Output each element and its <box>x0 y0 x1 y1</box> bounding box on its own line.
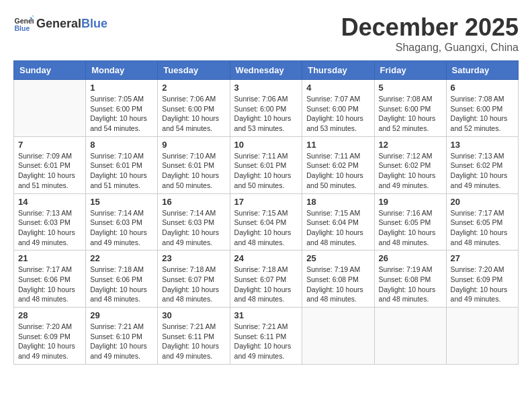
day-number: 25 <box>306 253 369 263</box>
day-number: 4 <box>306 83 369 93</box>
day-number: 30 <box>162 310 225 320</box>
day-number: 20 <box>451 197 514 207</box>
logo-general: General <box>36 17 81 30</box>
calendar-cell: 12Sunrise: 7:12 AM Sunset: 6:02 PM Dayli… <box>374 136 446 193</box>
day-info: Sunrise: 7:10 AM Sunset: 6:01 PM Dayligh… <box>90 151 153 191</box>
calendar-cell: 10Sunrise: 7:11 AM Sunset: 6:01 PM Dayli… <box>230 136 302 193</box>
day-info: Sunrise: 7:16 AM Sunset: 6:05 PM Dayligh… <box>379 208 442 248</box>
logo-blue: Blue <box>81 17 107 30</box>
calendar-table: SundayMondayTuesdayWednesdayThursdayFrid… <box>13 60 519 365</box>
day-number: 6 <box>451 83 514 93</box>
title-area: December 2025 Shagang, Guangxi, China <box>341 13 519 54</box>
day-number: 11 <box>306 140 369 150</box>
day-info: Sunrise: 7:17 AM Sunset: 6:06 PM Dayligh… <box>18 265 81 304</box>
calendar-cell: 9Sunrise: 7:10 AM Sunset: 6:01 PM Daylig… <box>158 136 230 193</box>
day-info: Sunrise: 7:21 AM Sunset: 6:11 PM Dayligh… <box>234 322 298 361</box>
day-number: 3 <box>234 83 298 93</box>
day-number: 26 <box>379 253 442 263</box>
day-info: Sunrise: 7:13 AM Sunset: 6:03 PM Dayligh… <box>18 208 81 248</box>
day-info: Sunrise: 7:09 AM Sunset: 6:01 PM Dayligh… <box>18 151 81 191</box>
day-number: 18 <box>306 197 369 207</box>
calendar-cell: 29Sunrise: 7:21 AM Sunset: 6:10 PM Dayli… <box>86 308 158 365</box>
calendar-cell: 26Sunrise: 7:19 AM Sunset: 6:08 PM Dayli… <box>374 250 446 308</box>
calendar-cell: 18Sunrise: 7:15 AM Sunset: 6:04 PM Dayli… <box>302 193 374 250</box>
calendar-cell: 13Sunrise: 7:13 AM Sunset: 6:02 PM Dayli… <box>446 136 518 193</box>
day-info: Sunrise: 7:21 AM Sunset: 6:10 PM Dayligh… <box>90 322 153 361</box>
day-info: Sunrise: 7:08 AM Sunset: 6:00 PM Dayligh… <box>379 94 442 134</box>
location-title: Shagang, Guangxi, China <box>341 42 519 54</box>
day-info: Sunrise: 7:11 AM Sunset: 6:01 PM Dayligh… <box>234 151 298 191</box>
day-number: 14 <box>18 197 81 207</box>
logo: General Blue GeneralBlue <box>13 13 107 34</box>
calendar-cell <box>446 308 518 365</box>
header-saturday: Saturday <box>446 61 518 80</box>
day-number: 5 <box>379 83 442 93</box>
svg-text:Blue: Blue <box>15 24 30 32</box>
day-info: Sunrise: 7:18 AM Sunset: 6:06 PM Dayligh… <box>90 265 153 304</box>
day-info: Sunrise: 7:19 AM Sunset: 6:08 PM Dayligh… <box>306 265 369 304</box>
calendar-cell: 19Sunrise: 7:16 AM Sunset: 6:05 PM Dayli… <box>374 193 446 250</box>
calendar-cell: 11Sunrise: 7:11 AM Sunset: 6:02 PM Dayli… <box>302 136 374 193</box>
header-sunday: Sunday <box>14 61 86 80</box>
day-number: 29 <box>90 310 153 320</box>
calendar-cell: 31Sunrise: 7:21 AM Sunset: 6:11 PM Dayli… <box>230 308 302 365</box>
calendar-cell <box>14 80 86 137</box>
calendar-cell <box>302 308 374 365</box>
day-number: 17 <box>234 197 298 207</box>
day-number: 8 <box>90 140 153 150</box>
header-thursday: Thursday <box>302 61 374 80</box>
day-info: Sunrise: 7:11 AM Sunset: 6:02 PM Dayligh… <box>306 151 369 191</box>
calendar-header-row: SundayMondayTuesdayWednesdayThursdayFrid… <box>14 61 519 80</box>
week-row-1: 7Sunrise: 7:09 AM Sunset: 6:01 PM Daylig… <box>14 136 519 193</box>
week-row-4: 28Sunrise: 7:20 AM Sunset: 6:09 PM Dayli… <box>14 308 519 365</box>
week-row-2: 14Sunrise: 7:13 AM Sunset: 6:03 PM Dayli… <box>14 193 519 250</box>
calendar-cell: 14Sunrise: 7:13 AM Sunset: 6:03 PM Dayli… <box>14 193 86 250</box>
day-info: Sunrise: 7:18 AM Sunset: 6:07 PM Dayligh… <box>234 265 298 304</box>
week-row-0: 1Sunrise: 7:05 AM Sunset: 6:00 PM Daylig… <box>14 80 519 137</box>
day-number: 10 <box>234 140 298 150</box>
day-info: Sunrise: 7:19 AM Sunset: 6:08 PM Dayligh… <box>379 265 442 304</box>
calendar-cell: 15Sunrise: 7:14 AM Sunset: 6:03 PM Dayli… <box>86 193 158 250</box>
day-number: 15 <box>90 197 153 207</box>
calendar-cell: 2Sunrise: 7:06 AM Sunset: 6:00 PM Daylig… <box>158 80 230 137</box>
calendar-cell: 17Sunrise: 7:15 AM Sunset: 6:04 PM Dayli… <box>230 193 302 250</box>
day-number: 22 <box>90 253 153 263</box>
day-info: Sunrise: 7:15 AM Sunset: 6:04 PM Dayligh… <box>306 208 369 248</box>
calendar-cell: 1Sunrise: 7:05 AM Sunset: 6:00 PM Daylig… <box>86 80 158 137</box>
calendar-cell: 23Sunrise: 7:18 AM Sunset: 6:07 PM Dayli… <box>158 250 230 308</box>
day-number: 27 <box>451 253 514 263</box>
day-info: Sunrise: 7:18 AM Sunset: 6:07 PM Dayligh… <box>162 265 225 304</box>
day-info: Sunrise: 7:20 AM Sunset: 6:09 PM Dayligh… <box>18 322 81 361</box>
calendar-cell: 16Sunrise: 7:14 AM Sunset: 6:03 PM Dayli… <box>158 193 230 250</box>
calendar-cell: 20Sunrise: 7:17 AM Sunset: 6:05 PM Dayli… <box>446 193 518 250</box>
calendar-cell: 25Sunrise: 7:19 AM Sunset: 6:08 PM Dayli… <box>302 250 374 308</box>
day-info: Sunrise: 7:13 AM Sunset: 6:02 PM Dayligh… <box>451 151 514 191</box>
calendar-cell: 24Sunrise: 7:18 AM Sunset: 6:07 PM Dayli… <box>230 250 302 308</box>
day-number: 13 <box>451 140 514 150</box>
day-info: Sunrise: 7:17 AM Sunset: 6:05 PM Dayligh… <box>451 208 514 248</box>
day-info: Sunrise: 7:10 AM Sunset: 6:01 PM Dayligh… <box>162 151 225 191</box>
day-number: 2 <box>162 83 225 93</box>
day-number: 1 <box>90 83 153 93</box>
calendar-cell: 6Sunrise: 7:08 AM Sunset: 6:00 PM Daylig… <box>446 80 518 137</box>
day-number: 9 <box>162 140 225 150</box>
logo-icon: General Blue <box>13 13 34 34</box>
day-info: Sunrise: 7:14 AM Sunset: 6:03 PM Dayligh… <box>90 208 153 248</box>
header-friday: Friday <box>374 61 446 80</box>
calendar-cell: 4Sunrise: 7:07 AM Sunset: 6:00 PM Daylig… <box>302 80 374 137</box>
day-number: 12 <box>379 140 442 150</box>
day-info: Sunrise: 7:14 AM Sunset: 6:03 PM Dayligh… <box>162 208 225 248</box>
day-number: 21 <box>18 253 81 263</box>
header-tuesday: Tuesday <box>158 61 230 80</box>
calendar-cell: 7Sunrise: 7:09 AM Sunset: 6:01 PM Daylig… <box>14 136 86 193</box>
week-row-3: 21Sunrise: 7:17 AM Sunset: 6:06 PM Dayli… <box>14 250 519 308</box>
header-wednesday: Wednesday <box>230 61 302 80</box>
day-info: Sunrise: 7:08 AM Sunset: 6:00 PM Dayligh… <box>451 94 514 134</box>
calendar-cell: 28Sunrise: 7:20 AM Sunset: 6:09 PM Dayli… <box>14 308 86 365</box>
day-info: Sunrise: 7:06 AM Sunset: 6:00 PM Dayligh… <box>162 94 225 134</box>
day-number: 19 <box>379 197 442 207</box>
calendar-cell <box>374 308 446 365</box>
header-monday: Monday <box>86 61 158 80</box>
day-number: 16 <box>162 197 225 207</box>
day-info: Sunrise: 7:15 AM Sunset: 6:04 PM Dayligh… <box>234 208 298 248</box>
